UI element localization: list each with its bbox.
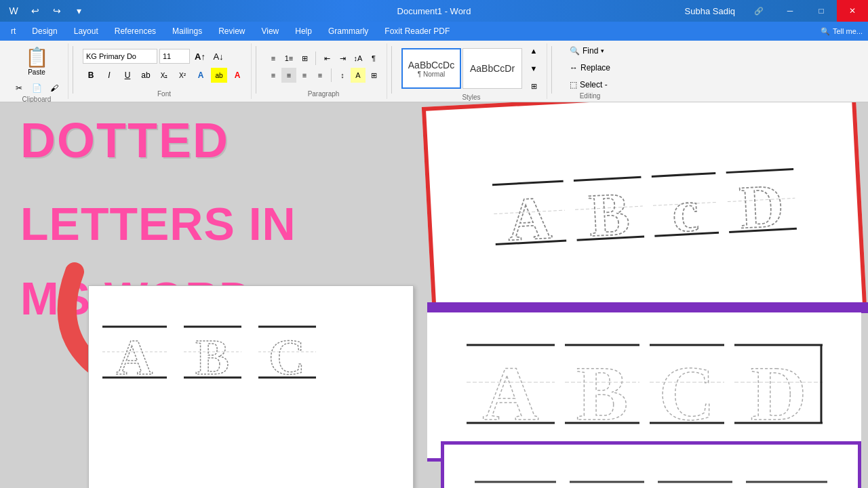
font-color-btn[interactable]: A	[193, 68, 209, 83]
card-red-letter-b: B	[573, 169, 645, 250]
italic-btn[interactable]: I	[101, 68, 117, 83]
svg-line-21	[651, 173, 715, 176]
bot-c-svg: C	[658, 472, 732, 488]
font-group: A↑ A↓ B I U ab X₂ X² A ab A Font	[77, 43, 252, 99]
letter-a-left: A	[102, 320, 167, 384]
card-bottom-letter-b: B	[570, 472, 644, 488]
redo-btn[interactable]: ↪	[47, 1, 66, 20]
svg-text:A: A	[482, 350, 538, 433]
tab-help[interactable]: Help	[287, 22, 320, 41]
style-normal[interactable]: AaBbCcDc ¶ Normal	[401, 48, 461, 89]
superscript-btn[interactable]: X²	[174, 68, 191, 83]
paste-btn[interactable]: 📋 Paste	[22, 43, 52, 79]
styles-scroll-down[interactable]: ▼	[526, 61, 541, 76]
line-spacing-btn[interactable]: ↕	[335, 68, 350, 83]
shading-btn[interactable]: A	[351, 68, 366, 83]
sep1	[73, 46, 73, 94]
tab-layout[interactable]: Layout	[66, 22, 106, 41]
multilevel-btn[interactable]: ⊞	[297, 51, 312, 66]
customize-btn[interactable]: ▾	[69, 1, 88, 20]
purple-strip-top	[427, 302, 868, 313]
format-painter-btn[interactable]: 🖌	[46, 81, 62, 96]
styles-label: Styles	[462, 94, 480, 102]
svg-text:C: C	[269, 329, 305, 384]
text-color-btn[interactable]: A	[229, 68, 245, 83]
style-heading1[interactable]: AaBbCcDr	[462, 48, 522, 89]
bot-a-svg: A	[475, 472, 556, 488]
bullets-btn[interactable]: ≡	[266, 51, 281, 66]
tab-review[interactable]: Review	[210, 22, 253, 41]
replace-btn[interactable]: ↔ Replace	[565, 60, 615, 75]
tab-references[interactable]: References	[106, 22, 164, 41]
strikethrough-btn[interactable]: ab	[138, 68, 154, 83]
share-btn[interactable]: 🔗	[743, 0, 774, 22]
align-center-btn[interactable]: ≡	[281, 68, 296, 83]
svg-text:D: D	[750, 350, 806, 433]
font-name-select[interactable]	[83, 49, 157, 64]
search-icon: 🔍	[821, 27, 830, 36]
minimize-btn[interactable]: ─	[774, 0, 806, 22]
svg-text:C: C	[669, 484, 721, 488]
tab-view[interactable]: View	[253, 22, 287, 41]
align-right-btn[interactable]: ≡	[297, 68, 312, 83]
svg-text:B: B	[195, 329, 229, 384]
tab-grammarly[interactable]: Grammarly	[320, 22, 376, 41]
tab-foxit[interactable]: Foxit Reader PDF	[376, 22, 458, 41]
svg-text:B: B	[583, 484, 631, 488]
underline-btn[interactable]: U	[119, 68, 136, 83]
card-mid-letter-c: C	[650, 338, 724, 433]
justify-btn[interactable]: ≡	[313, 68, 328, 83]
decrease-indent-btn[interactable]: ⇤	[319, 51, 334, 66]
sep2	[256, 46, 256, 94]
editing-group: 🔍 Find ▾ ↔ Replace ⬚ Select - Editing	[556, 43, 624, 99]
copy-btn[interactable]: 📄	[28, 81, 45, 96]
sort-btn[interactable]: ↕A	[351, 51, 366, 66]
bold-btn[interactable]: B	[83, 68, 99, 83]
font-size-select[interactable]	[159, 49, 190, 64]
paragraph-group: ≡ 1≡ ⊞ ⇤ ⇥ ↕A ¶ ≡ ≡ ≡ ≡ ↕ A ⊞	[260, 43, 387, 99]
style-heading-preview: AaBbCcDr	[470, 63, 515, 74]
cut-btn[interactable]: ✂	[11, 81, 27, 96]
borders-btn[interactable]: ⊞	[366, 68, 381, 83]
tab-mailings[interactable]: Mailings	[164, 22, 210, 41]
tab-file[interactable]: rt	[3, 22, 24, 41]
letter-c-svg: C	[258, 320, 316, 384]
align-left-btn[interactable]: ≡	[266, 68, 281, 83]
svg-text:A: A	[116, 329, 153, 384]
styles-scroll-up[interactable]: ▲	[526, 43, 541, 58]
decrease-font-btn[interactable]: A↓	[210, 49, 226, 64]
replace-icon: ↔	[570, 63, 578, 73]
svg-text:B: B	[576, 350, 628, 433]
style-normal-label: ¶ Normal	[418, 70, 445, 78]
svg-text:c: c	[670, 177, 700, 244]
show-marks-btn[interactable]: ¶	[366, 51, 381, 66]
bot-d-svg: D	[746, 472, 827, 488]
increase-font-btn[interactable]: A↑	[192, 49, 208, 64]
card-bottom-letter-d: D	[746, 472, 827, 488]
svg-text:A: A	[490, 484, 541, 488]
styles-expand[interactable]: ⊞	[526, 79, 541, 94]
overlay-line1: DOTTED	[20, 116, 229, 165]
document-title: Document1 - Word	[397, 6, 471, 16]
letter-b-svg: B	[184, 320, 241, 384]
font-label: Font	[157, 90, 171, 99]
title-bar-controls-left: W ↩ ↪ ▾	[0, 0, 88, 22]
svg-text:A: A	[505, 184, 553, 253]
increase-indent-btn[interactable]: ⇥	[335, 51, 350, 66]
subscript-btn[interactable]: X₂	[156, 68, 172, 83]
numbering-btn[interactable]: 1≡	[281, 51, 296, 66]
undo-btn[interactable]: ↩	[26, 1, 45, 20]
restore-btn[interactable]: □	[806, 0, 837, 22]
tell-me-input[interactable]: 🔍 Tell me...	[821, 27, 863, 36]
svg-line-13	[492, 181, 563, 184]
find-btn[interactable]: 🔍 Find ▾	[565, 43, 615, 58]
title-bar: W ↩ ↪ ▾ Document1 - Word Subha Sadiq 🔗 ─…	[0, 0, 868, 22]
select-btn[interactable]: ⬚ Select -	[565, 77, 615, 92]
close-btn[interactable]: ✕	[837, 0, 868, 22]
tab-design[interactable]: Design	[24, 22, 65, 41]
letter-a-svg: A	[102, 320, 167, 384]
word-icon: W	[4, 1, 23, 20]
editing-label: Editing	[580, 92, 601, 101]
word-page-left: A B	[88, 285, 414, 488]
highlight-btn[interactable]: ab	[211, 68, 227, 83]
